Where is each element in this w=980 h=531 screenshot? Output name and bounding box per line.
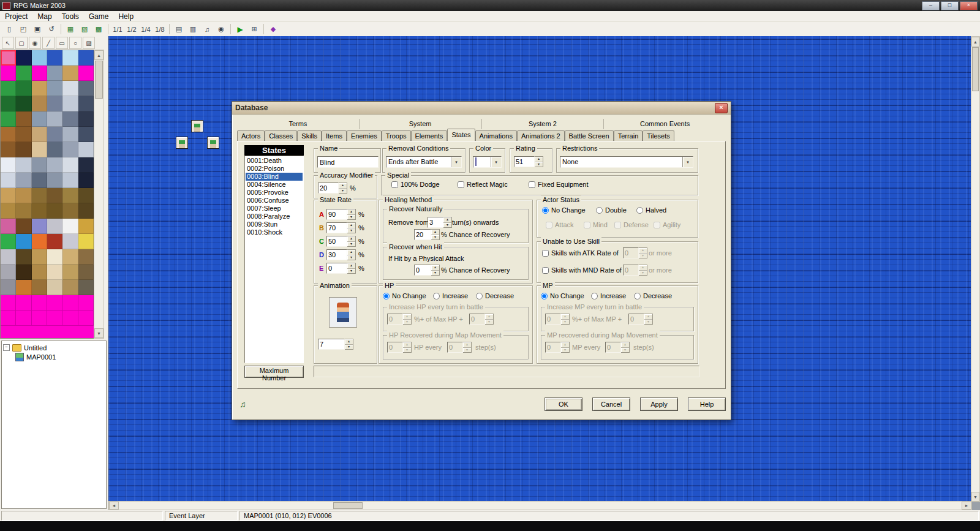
list-item[interactable]: 0004:Silence xyxy=(246,181,303,189)
ellipse-tool-icon[interactable]: ○ xyxy=(69,37,81,49)
menu-help[interactable]: Help xyxy=(113,12,138,21)
attack-checkbox[interactable]: Attack xyxy=(546,221,574,228)
palette-tile[interactable] xyxy=(16,234,31,249)
spin-up-icon[interactable]: ▴ xyxy=(463,342,471,348)
actor-status-double-radio[interactable]: Double xyxy=(596,206,627,214)
menu-game[interactable]: Game xyxy=(84,12,114,21)
palette-tile[interactable] xyxy=(32,219,47,234)
zoom-tool-icon[interactable]: ◉ xyxy=(29,37,41,49)
palette-tile[interactable] xyxy=(1,96,16,111)
zoom-1-8-button[interactable]: 1/8 xyxy=(153,23,167,36)
palette-tile[interactable] xyxy=(1,127,16,142)
mp-battle-v2-stepper[interactable]: 0▴▾ xyxy=(628,314,653,325)
playtest-icon[interactable]: ▶ xyxy=(233,23,247,36)
actor-status-no-change-radio[interactable]: No Change xyxy=(542,206,586,214)
palette-tile[interactable] xyxy=(16,265,31,280)
spin-up-icon[interactable]: ▴ xyxy=(443,217,451,223)
palette-tile[interactable] xyxy=(78,234,94,249)
palette-tile[interactable] xyxy=(47,127,62,142)
hit-chance-stepper[interactable]: 0▴▾ xyxy=(414,265,440,276)
palette-tile[interactable] xyxy=(32,188,47,203)
palette-tile[interactable] xyxy=(78,66,94,81)
list-item-selected[interactable]: 0003:Blind xyxy=(246,173,303,181)
spin-down-icon[interactable]: ▾ xyxy=(463,348,471,353)
palette-tile[interactable] xyxy=(16,173,31,188)
hp-no-change-radio[interactable]: No Change xyxy=(383,292,426,299)
mp-decrease-radio[interactable]: Decrease xyxy=(634,292,672,299)
palette-tile[interactable] xyxy=(16,219,31,234)
spin-up-icon[interactable]: ▴ xyxy=(561,314,569,320)
palette-tile[interactable] xyxy=(62,66,78,81)
palette-tile[interactable] xyxy=(47,311,62,326)
tab-actors[interactable]: Actors xyxy=(237,130,265,141)
package-icon[interactable]: ◆ xyxy=(266,23,280,36)
palette-tile[interactable] xyxy=(78,249,94,265)
spin-up-icon[interactable]: ▴ xyxy=(535,157,543,162)
spin-up-icon[interactable]: ▴ xyxy=(403,342,411,348)
spin-down-icon[interactable]: ▾ xyxy=(345,345,353,350)
palette-tile[interactable] xyxy=(1,111,16,127)
palette-tile[interactable] xyxy=(32,50,47,66)
resource-manager-icon[interactable]: ▥ xyxy=(186,23,200,36)
tree-item-map0001[interactable]: MAP0001 xyxy=(3,352,105,361)
tab-items[interactable]: Items xyxy=(322,130,347,141)
dodge-checkbox[interactable]: 100% Dodge xyxy=(391,181,440,188)
palette-tile[interactable] xyxy=(32,265,47,280)
palette-tile[interactable] xyxy=(47,203,62,219)
palette-tile[interactable] xyxy=(62,50,78,66)
scroll-up-icon[interactable]: ▲ xyxy=(971,37,979,47)
chevron-down-icon[interactable]: ▾ xyxy=(491,157,501,167)
spin-up-icon[interactable]: ▴ xyxy=(403,314,411,320)
palette-tile[interactable] xyxy=(78,295,94,311)
list-item[interactable]: 0001:Death xyxy=(246,157,303,165)
tab-system2[interactable]: System 2 xyxy=(482,119,605,129)
palette-tile[interactable] xyxy=(16,66,31,81)
scroll-up-icon[interactable]: ▲ xyxy=(94,50,104,60)
list-item[interactable]: 0009:Stun xyxy=(246,220,303,228)
palette-tile[interactable] xyxy=(1,173,16,188)
spin-up-icon[interactable]: ▴ xyxy=(347,223,355,228)
spin-up-icon[interactable]: ▴ xyxy=(347,209,355,215)
spin-up-icon[interactable]: ▴ xyxy=(347,236,355,242)
rectangle-tool-icon[interactable]: ▭ xyxy=(56,37,68,49)
rate-b-stepper[interactable]: 70▴▾ xyxy=(326,222,356,233)
palette-tile[interactable] xyxy=(78,280,94,295)
palette-tile[interactable] xyxy=(16,142,31,157)
list-item[interactable]: 0010:Shock xyxy=(246,228,303,236)
tab-terrain[interactable]: Terrain xyxy=(614,130,643,141)
state-animation-preview[interactable] xyxy=(329,297,357,328)
spin-up-icon[interactable]: ▴ xyxy=(339,183,347,189)
tree-collapse-icon[interactable]: − xyxy=(3,344,10,351)
tab-tilesets[interactable]: Tilesets xyxy=(643,130,674,141)
accuracy-stepper[interactable]: 20 ▴▾ xyxy=(318,183,347,194)
palette-tile[interactable] xyxy=(32,157,47,173)
palette-tile[interactable] xyxy=(62,127,78,142)
save-icon[interactable]: ▣ xyxy=(31,23,44,36)
palette-tile[interactable] xyxy=(16,81,31,96)
new-project-icon[interactable]: ▯ xyxy=(2,23,16,36)
spin-up-icon[interactable]: ▴ xyxy=(621,342,629,348)
tab-common-events[interactable]: Common Events xyxy=(604,119,726,129)
tile-palette[interactable] xyxy=(0,50,94,339)
spin-down-icon[interactable]: ▾ xyxy=(621,348,629,353)
spin-up-icon[interactable]: ▴ xyxy=(639,265,647,271)
palette-tile[interactable] xyxy=(78,188,94,203)
palette-tile[interactable] xyxy=(47,219,62,234)
mp-map-v2-stepper[interactable]: 0▴▾ xyxy=(605,342,630,353)
fill-tool-icon[interactable]: ▨ xyxy=(83,37,95,49)
palette-tile[interactable] xyxy=(78,203,94,219)
palette-tile[interactable] xyxy=(62,249,78,265)
palette-tile[interactable] xyxy=(16,188,31,203)
palette-tile[interactable] xyxy=(32,96,47,111)
jukebox-icon[interactable]: ♫ xyxy=(200,23,214,36)
palette-tile[interactable] xyxy=(1,81,16,96)
maximize-icon[interactable]: □ xyxy=(941,1,959,10)
state-name-input[interactable] xyxy=(317,156,379,168)
map-horizontal-scrollbar[interactable]: ◄ ► xyxy=(108,501,972,510)
palette-tile[interactable] xyxy=(62,111,78,127)
palette-tile[interactable] xyxy=(47,295,62,311)
palette-tile[interactable] xyxy=(1,234,16,249)
palette-tile[interactable] xyxy=(47,234,62,249)
rate-c-stepper[interactable]: 50▴▾ xyxy=(326,236,356,247)
spin-down-icon[interactable]: ▾ xyxy=(347,215,355,220)
